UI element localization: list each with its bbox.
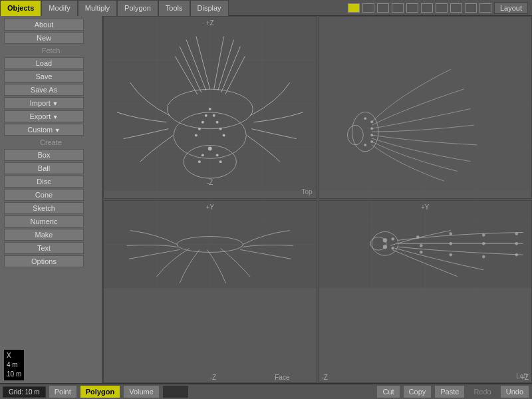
- slot-9[interactable]: [465, 3, 477, 13]
- menu-tab-display[interactable]: Display: [190, 0, 229, 16]
- volume-button[interactable]: Volume: [123, 385, 160, 398]
- svg-point-15: [198, 128, 201, 130]
- box-button[interactable]: Box: [4, 149, 84, 161]
- svg-point-64: [449, 242, 452, 245]
- vp-top-y-axis: +Y: [205, 203, 214, 211]
- polygon-button[interactable]: Polygon: [80, 385, 120, 398]
- svg-point-63: [449, 232, 452, 235]
- paste-button[interactable]: Paste: [434, 385, 465, 398]
- fetch-label: Fetch: [4, 45, 98, 56]
- viewport-area: +Z -Z Top: [103, 16, 532, 383]
- new-button[interactable]: New: [4, 32, 84, 44]
- svg-point-18: [223, 134, 225, 137]
- svg-point-13: [201, 121, 204, 124]
- slot-6[interactable]: [421, 3, 433, 13]
- svg-point-67: [482, 242, 485, 245]
- svg-point-20: [201, 154, 204, 156]
- svg-point-23: [219, 160, 222, 163]
- sketch-button[interactable]: Sketch: [4, 202, 84, 214]
- svg-point-62: [420, 251, 422, 253]
- svg-point-60: [416, 235, 419, 238]
- top-bar-right: Layout: [348, 2, 532, 14]
- viewport-side[interactable]: [319, 16, 533, 199]
- menu-tab-polygon[interactable]: Polygon: [117, 0, 158, 16]
- svg-point-12: [213, 114, 215, 117]
- svg-point-59: [391, 247, 394, 249]
- x-label: X: [7, 351, 21, 360]
- undo-button[interactable]: Undo: [500, 385, 529, 398]
- svg-point-19: [208, 146, 212, 150]
- menu-tab-modify[interactable]: Modify: [41, 0, 77, 16]
- ball-button[interactable]: Ball: [4, 162, 84, 174]
- svg-point-65: [449, 253, 452, 256]
- svg-point-16: [219, 128, 222, 130]
- cut-button[interactable]: Cut: [376, 385, 400, 398]
- top-menubar: Objects Modify Multiply Polygon Tools Di…: [0, 0, 532, 16]
- svg-point-58: [391, 237, 394, 240]
- cone-button[interactable]: Cone: [4, 189, 84, 201]
- viewport-top[interactable]: +Y Face -Z: [103, 200, 317, 383]
- viewport-front[interactable]: +Z -Z Top: [103, 16, 317, 199]
- main-area: About New Fetch Load Save Save As Import…: [0, 16, 532, 383]
- slot-1[interactable]: [348, 3, 360, 13]
- z-value: 10 m: [7, 370, 21, 379]
- export-button[interactable]: Export: [4, 110, 84, 122]
- vp-front-top-axis: +Z: [206, 19, 214, 27]
- make-button[interactable]: Make: [4, 229, 84, 241]
- layout-button[interactable]: Layout: [494, 2, 528, 14]
- about-button[interactable]: About: [4, 19, 84, 31]
- bottom-bar: Grid: 10 m Point Polygon Volume 0 Cut Co…: [0, 383, 532, 399]
- svg-point-34: [370, 127, 373, 130]
- slot-7[interactable]: [436, 3, 448, 13]
- text-button[interactable]: Text: [4, 242, 84, 254]
- save-button[interactable]: Save: [4, 70, 84, 82]
- sidebar: About New Fetch Load Save Save As Import…: [0, 16, 103, 383]
- vp-top-face-label: Face: [275, 374, 289, 381]
- svg-point-56: [382, 238, 386, 242]
- vp-left-minusz-label: -Z: [322, 374, 328, 381]
- svg-point-61: [420, 244, 422, 247]
- svg-point-36: [370, 140, 373, 143]
- svg-point-14: [216, 121, 219, 124]
- vp-front-bottom-axis: -Z: [207, 179, 213, 186]
- slot-4[interactable]: [392, 3, 404, 13]
- svg-point-71: [515, 253, 517, 256]
- import-button[interactable]: Import: [4, 97, 84, 109]
- options-button[interactable]: Options: [4, 255, 84, 267]
- menu-tab-objects[interactable]: Objects: [0, 0, 41, 16]
- menu-tab-tools[interactable]: Tools: [158, 0, 190, 16]
- viewport-left-label: Left: [516, 372, 527, 380]
- value-input[interactable]: 0: [162, 385, 189, 398]
- viewport-left[interactable]: +Y -Z +Z Left: [319, 200, 533, 383]
- slot-2[interactable]: [362, 3, 374, 13]
- svg-point-22: [198, 160, 201, 163]
- xyz-info: X 4 m 10 m: [4, 350, 24, 380]
- svg-point-35: [370, 134, 373, 136]
- load-button[interactable]: Load: [4, 57, 84, 69]
- svg-point-57: [382, 245, 386, 249]
- point-button[interactable]: Point: [49, 385, 77, 398]
- vp-left-y-axis: +Y: [421, 203, 430, 211]
- numeric-button[interactable]: Numeric: [4, 215, 84, 227]
- svg-point-70: [515, 242, 517, 245]
- vp-top-minusz-label: -Z: [210, 374, 216, 381]
- svg-point-68: [482, 255, 485, 258]
- svg-point-38: [364, 144, 366, 146]
- grid-info: Grid: 10 m: [3, 386, 46, 398]
- disc-button[interactable]: Disc: [4, 176, 84, 188]
- svg-point-11: [205, 114, 207, 117]
- custom-button[interactable]: Custom: [4, 124, 84, 136]
- svg-point-33: [370, 120, 373, 123]
- slot-8[interactable]: [450, 3, 462, 13]
- svg-point-17: [195, 134, 198, 137]
- create-label: Create: [4, 137, 98, 148]
- copy-button[interactable]: Copy: [403, 385, 432, 398]
- slot-3[interactable]: [377, 3, 389, 13]
- slot-5[interactable]: [406, 3, 418, 13]
- slot-10[interactable]: [479, 3, 491, 13]
- save-as-button[interactable]: Save As: [4, 84, 84, 96]
- svg-point-10: [209, 108, 211, 110]
- y-value: 4 m: [7, 360, 21, 370]
- redo-button[interactable]: Redo: [467, 385, 497, 398]
- menu-tab-multiply[interactable]: Multiply: [78, 0, 117, 16]
